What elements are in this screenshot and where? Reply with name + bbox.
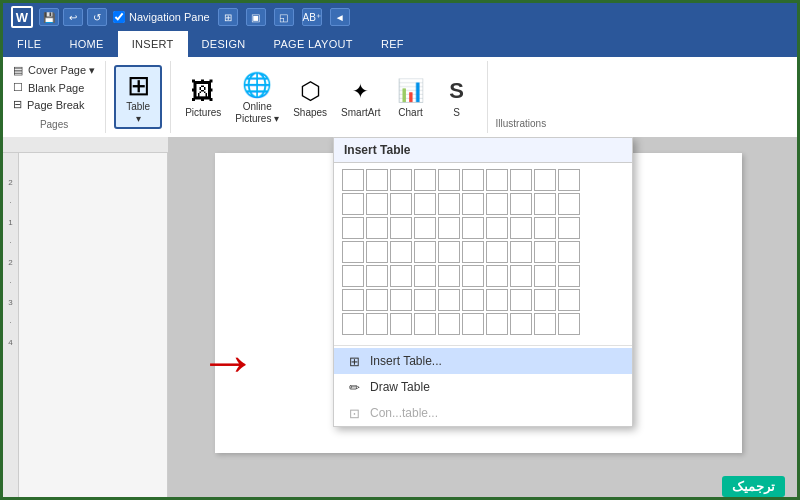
grid-cell[interactable] — [558, 313, 580, 335]
shapes-btn[interactable]: ⬡ Shapes — [287, 73, 333, 121]
view-icon-2[interactable]: ▣ — [246, 8, 266, 26]
font-btn[interactable]: AB⁺ — [302, 8, 322, 26]
chart-btn[interactable]: 📊 Chart — [389, 73, 433, 121]
grid-cell[interactable] — [366, 289, 388, 311]
cover-page-btn[interactable]: ▤ Cover Page ▾ — [13, 64, 95, 77]
grid-cell[interactable] — [558, 289, 580, 311]
grid-cell[interactable] — [486, 193, 508, 215]
grid-cell[interactable] — [462, 265, 484, 287]
grid-cell[interactable] — [438, 265, 460, 287]
grid-cell[interactable] — [438, 313, 460, 335]
grid-cell[interactable] — [510, 241, 532, 263]
grid-cell[interactable] — [342, 313, 364, 335]
grid-cell[interactable] — [534, 169, 556, 191]
doc-area[interactable]: → Insert Table — [168, 137, 797, 500]
grid-cell[interactable] — [366, 241, 388, 263]
grid-cell[interactable] — [534, 313, 556, 335]
view-icon-3[interactable]: ◱ — [274, 8, 294, 26]
tab-file[interactable]: FILE — [3, 31, 55, 57]
grid-cell[interactable] — [342, 265, 364, 287]
grid-cell[interactable] — [342, 241, 364, 263]
grid-cell[interactable] — [510, 193, 532, 215]
grid-cell[interactable] — [390, 217, 412, 239]
grid-cell[interactable] — [534, 265, 556, 287]
grid-cell[interactable] — [414, 289, 436, 311]
grid-cell[interactable] — [342, 193, 364, 215]
grid-cell[interactable] — [438, 241, 460, 263]
grid-cell[interactable] — [462, 241, 484, 263]
grid-cell[interactable] — [414, 241, 436, 263]
redo-icon[interactable]: ↺ — [87, 8, 107, 26]
grid-cell[interactable] — [534, 217, 556, 239]
extra-btn[interactable]: ◄ — [330, 8, 350, 26]
grid-cell[interactable] — [534, 241, 556, 263]
grid-cell[interactable] — [366, 169, 388, 191]
grid-cell[interactable] — [414, 169, 436, 191]
grid-cell[interactable] — [414, 265, 436, 287]
page-break-btn[interactable]: ⊟ Page Break — [13, 98, 95, 111]
pictures-btn[interactable]: 🖼 Pictures — [179, 73, 227, 121]
insert-table-option[interactable]: ⊞ Insert Table... — [334, 348, 632, 374]
grid-cell[interactable] — [390, 265, 412, 287]
tab-home[interactable]: HOME — [55, 31, 117, 57]
grid-cell[interactable] — [558, 241, 580, 263]
grid-cell[interactable] — [414, 217, 436, 239]
grid-cell[interactable] — [558, 265, 580, 287]
grid-cell[interactable] — [486, 241, 508, 263]
view-icon-1[interactable]: ⊞ — [218, 8, 238, 26]
convert-table-option[interactable]: ⊡ Con...table... — [334, 400, 632, 426]
grid-cell[interactable] — [438, 217, 460, 239]
grid-cell[interactable] — [438, 169, 460, 191]
grid-cell[interactable] — [462, 217, 484, 239]
tab-insert[interactable]: INSERT — [118, 31, 188, 57]
grid-cell[interactable] — [438, 289, 460, 311]
grid-cell[interactable] — [390, 193, 412, 215]
grid-cell[interactable] — [342, 289, 364, 311]
grid-cell[interactable] — [510, 265, 532, 287]
table-grid[interactable] — [334, 163, 632, 343]
draw-table-option[interactable]: ✏ Draw Table — [334, 374, 632, 400]
grid-cell[interactable] — [342, 169, 364, 191]
tab-ref[interactable]: REF — [367, 31, 418, 57]
grid-cell[interactable] — [510, 313, 532, 335]
grid-cell[interactable] — [366, 265, 388, 287]
grid-cell[interactable] — [510, 217, 532, 239]
grid-cell[interactable] — [366, 193, 388, 215]
grid-cell[interactable] — [390, 169, 412, 191]
nav-pane-checkbox[interactable]: Navigation Pane — [113, 11, 210, 23]
grid-cell[interactable] — [558, 217, 580, 239]
grid-cell[interactable] — [486, 169, 508, 191]
undo-icon[interactable]: ↩ — [63, 8, 83, 26]
grid-cell[interactable] — [462, 193, 484, 215]
grid-cell[interactable] — [462, 289, 484, 311]
grid-cell[interactable] — [390, 289, 412, 311]
grid-cell[interactable] — [486, 217, 508, 239]
online-pictures-btn[interactable]: 🌐 OnlinePictures ▾ — [229, 67, 285, 127]
smartart-btn[interactable]: ✦ SmartArt — [335, 73, 386, 121]
tab-design[interactable]: DESIGN — [188, 31, 260, 57]
grid-cell[interactable] — [366, 313, 388, 335]
grid-cell[interactable] — [366, 217, 388, 239]
blank-page-btn[interactable]: ☐ Blank Page — [13, 81, 95, 94]
screenshot-btn[interactable]: S S — [435, 73, 479, 121]
grid-cell[interactable] — [414, 313, 436, 335]
grid-cell[interactable] — [462, 169, 484, 191]
save-icon[interactable]: 💾 — [39, 8, 59, 26]
grid-cell[interactable] — [438, 193, 460, 215]
grid-cell[interactable] — [342, 217, 364, 239]
grid-cell[interactable] — [486, 289, 508, 311]
grid-cell[interactable] — [510, 169, 532, 191]
nav-pane-input[interactable] — [113, 11, 125, 23]
grid-cell[interactable] — [558, 169, 580, 191]
tab-page-layout[interactable]: PAGE LAYOUT — [260, 31, 367, 57]
grid-cell[interactable] — [534, 289, 556, 311]
grid-cell[interactable] — [534, 193, 556, 215]
grid-cell[interactable] — [558, 193, 580, 215]
grid-cell[interactable] — [390, 313, 412, 335]
grid-cell[interactable] — [486, 313, 508, 335]
grid-cell[interactable] — [510, 289, 532, 311]
grid-cell[interactable] — [486, 265, 508, 287]
grid-cell[interactable] — [390, 241, 412, 263]
grid-cell[interactable] — [414, 193, 436, 215]
table-button[interactable]: ⊞ Table▾ — [114, 65, 162, 129]
